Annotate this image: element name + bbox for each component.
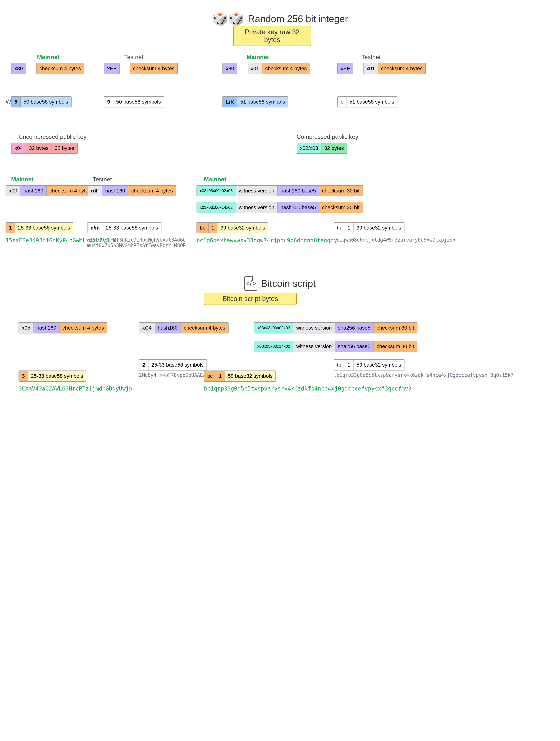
testnet3-label: Testnet (93, 176, 112, 183)
wif2-prefix: 9 (104, 97, 113, 107)
wif4-symbols: 51 base58 symbols (347, 97, 397, 107)
mainnet4-witness: witness version (236, 186, 277, 196)
testnet3-prefix: x6F (87, 186, 102, 196)
comp-bytes: 32 bytes (321, 143, 347, 153)
script-box3-checksum: checksum 30 bit (374, 323, 417, 333)
addr2-prefix: n/m (87, 223, 103, 233)
dice-icon: 🎲🎲 (212, 11, 244, 26)
uncomp-bytes1: 32 bytes (26, 143, 52, 153)
mainnet4-prefix: x03x03x00x02x03 (197, 186, 236, 196)
page-title: Random 256 bit integer (248, 13, 348, 24)
mainnet2-dots: ... (237, 63, 248, 74)
script-box1: x05 hash160 checksum 4 bytes (18, 322, 107, 333)
addr3-box: bc 1 39 base32 symbols (196, 222, 268, 233)
script-bytes-box-wrapper: Bitcoin script bytes (204, 293, 297, 305)
wif3-prefix: L/K (223, 97, 237, 107)
mainnet2-x01: x01 (248, 63, 262, 74)
mainnet3-hash160: hash160 (20, 186, 46, 196)
comp-key-box: x02/x03 32 bytes (297, 143, 347, 154)
script-addr3-1: 1 (216, 371, 225, 381)
wif4-box: c 51 base58 symbols (337, 96, 397, 108)
script-addr2-box: 2 25-33 base58 symbols (139, 359, 207, 370)
wif1-prefix: 5 (11, 97, 20, 107)
script-box1-prefix: x05 (19, 323, 34, 333)
script-box3-witness: witness version (293, 323, 335, 333)
script-addr3-symbols: 59 base32 symbols (225, 371, 275, 381)
mainnet2-checksum: checksum 4 bytes (262, 63, 310, 74)
mainnet2-label: Mainnet (247, 54, 269, 61)
script-box2-hash160: hash160 (155, 323, 181, 333)
mainnet3-prefix: x00 (6, 186, 20, 196)
addr3-symbols: 39 base32 symbols (217, 223, 268, 233)
mainnet4-label: Mainnet (204, 176, 226, 183)
addr2-example: n15DJ7nGF2f3hKicD1HbCNgRVUVut34d6C musf8… (87, 237, 195, 248)
private-key-box-wrapper: Private key raw 32 bytes (233, 26, 311, 46)
addr4-example: tb1qw508d6qejxtdg4W5r3zarvary0c5xw7kxpjz… (334, 237, 455, 243)
script-icon: </> (244, 276, 257, 291)
main-diagram: 🎲🎲 Random 256 bit integer Private key ra… (0, 0, 560, 7)
private-key-box: Private key raw 32 bytes (233, 26, 311, 46)
script-box4: x03x03x00x14x02 witness version sha256 b… (254, 341, 418, 352)
addr3-example: bc1q6dsxtawvwsy33qgw74rjppu9z6dngnq8tegg… (196, 237, 337, 244)
comp-label: Compressed public key (297, 133, 358, 140)
wif2-box: 9 50 base58 symbols (104, 96, 164, 108)
addr1-symbols: 25-33 base58 symbols (15, 223, 73, 233)
testnet2-dots: ... (353, 63, 364, 74)
private-key-label: Private key raw 32 bytes (245, 28, 300, 44)
testnet1-dots: ... (120, 63, 130, 74)
addr2-symbols: 25-33 base58 symbols (103, 223, 161, 233)
testnet4-box: x03x03x00x14x02 witness version hash160 … (196, 202, 363, 213)
addr2-box: n/m 25-33 base58 symbols (87, 222, 162, 233)
script-box3-sha256: sha256 base5 (335, 323, 374, 333)
script-box4-prefix: x03x03x00x14x02 (254, 341, 293, 352)
bitcoin-script-title: Bitcoin script (261, 278, 316, 289)
testnet3-hash160: hash160 (102, 186, 128, 196)
mainnet1-checksum: checksum 4 bytes (37, 63, 84, 74)
mainnet2-prefix: x80 (223, 63, 237, 74)
wif1-symbols: 50 base58 symbols (20, 97, 71, 107)
testnet1-checksum: checksum 4 bytes (130, 63, 177, 74)
script-box3: x03x03x00x02x03 witness version sha256 b… (254, 322, 418, 333)
script-addr4-tb: tb (334, 360, 345, 370)
testnet1-prefix: xEF (104, 63, 120, 74)
script-addr3-box: bc 1 59 base32 symbols (204, 370, 276, 382)
mainnet4-box: x03x03x00x02x03 witness version hash160 … (196, 185, 363, 196)
testnet2-checksum: checksum 4 bytes (378, 63, 425, 74)
addr4-1: 1 (345, 223, 354, 233)
script-addr4-example: tb1qrp33g0q5c5txsp9arysrx4k6zdkfs4nce4xj… (334, 373, 514, 378)
mainnet1-box: x80 ... checksum 4 bytes (11, 63, 84, 74)
wif2-symbols: 50 base58 symbols (113, 97, 164, 107)
script-addr1-prefix: 3 (19, 371, 28, 381)
addr4-tb: tb (334, 223, 345, 233)
script-box2-checksum: checksum 4 bytes (181, 323, 228, 333)
mainnet3-label: Mainnet (11, 176, 34, 183)
script-addr4-1: 1 (345, 360, 354, 370)
mainnet2-box: x80 ... x01 checksum 4 bytes (223, 63, 310, 74)
script-box1-hash160: hash160 (34, 323, 59, 333)
wif1-box: 5 50 base58 symbols (11, 96, 72, 108)
script-addr3-example: bc1qrp33g0q5c5txsp9arysrx4k6zdkfs4nce4xj… (204, 385, 412, 392)
script-addr1-symbols: 25-33 base58 symbols (28, 371, 86, 381)
testnet1-box: xEF ... checksum 4 bytes (104, 63, 178, 74)
mainnet4-checksum: checksum 30 bit (319, 186, 362, 196)
script-addr1-example: 3CXaV43aC2AWL63HrcPTz1jmdpGDNyUwjp (18, 385, 132, 392)
script-section-title-area: </> Bitcoin script (0, 269, 560, 294)
script-addr4-box: tb 1 59 base32 symbols (334, 359, 405, 370)
script-addr2-prefix: 2 (139, 360, 148, 370)
script-box2-prefix: xC4 (139, 323, 155, 333)
script-box3-prefix: x03x03x00x02x03 (254, 323, 293, 333)
testnet2-prefix: xEF (338, 63, 353, 74)
mainnet3-box: x00 hash160 checksum 4 bytes (6, 185, 95, 196)
uncomp-label: Uncompressed public key (18, 133, 86, 140)
script-box4-sha256: sha256 base5 (335, 341, 374, 352)
script-box1-checksum: checksum 4 bytes (60, 323, 107, 333)
testnet1-label: Testnet (124, 54, 143, 61)
script-addr4-symbols: 59 base32 symbols (354, 360, 404, 370)
script-bytes-box: Bitcoin script bytes (204, 293, 297, 305)
testnet3-checksum: checksum 4 bytes (128, 186, 176, 196)
testnet4-hash160: hash160 base5 (277, 202, 319, 213)
wif3-box: L/K 51 base58 symbols (223, 96, 288, 108)
testnet4-witness: witness version (236, 202, 277, 213)
testnet2-label: Testnet (362, 54, 381, 61)
testnet4-prefix: x03x03x00x14x02 (197, 202, 236, 213)
